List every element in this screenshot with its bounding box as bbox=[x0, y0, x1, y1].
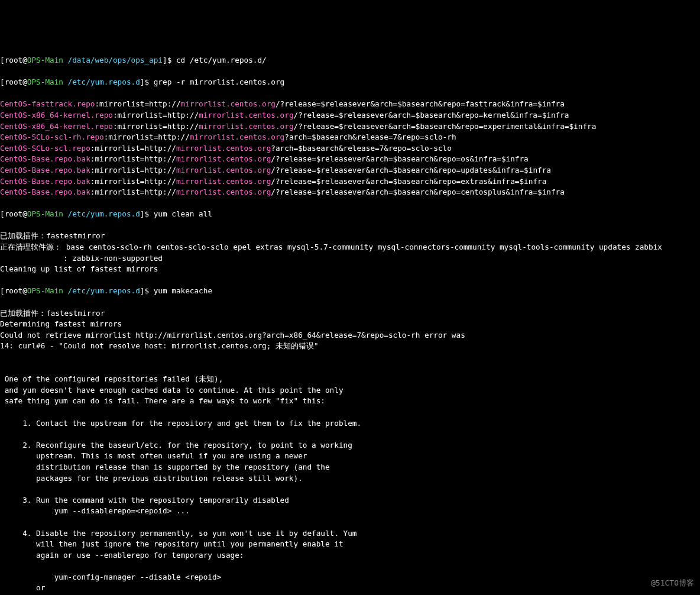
output-line: One of the configured repositories faile… bbox=[0, 374, 700, 385]
terminal-output: [root@OPS-Main /data/web/ops/ops_api]$ c… bbox=[0, 44, 700, 595]
output-line: Could not retrieve mirrorlist http://mir… bbox=[0, 330, 700, 341]
repo-line: CentOS-x86_64-kernel.repo:mirrorlist=htt… bbox=[0, 121, 700, 132]
output-line: 3. Run the command with the repository t… bbox=[0, 495, 700, 506]
output-line: safe thing yum can do is fail. There are… bbox=[0, 396, 700, 407]
output-line: : zabbix-non-supported bbox=[0, 253, 700, 264]
repo-line: CentOS-Base.repo.bak:mirrorlist=http://m… bbox=[0, 187, 700, 198]
output-line: distribution release than is supported b… bbox=[0, 462, 700, 473]
output-line: Determining fastest mirrors bbox=[0, 319, 700, 330]
output-line bbox=[0, 561, 700, 572]
output-line: upstream. This is most often useful if y… bbox=[0, 451, 700, 462]
output-line: yum --disablerepo=<repoid> ... bbox=[0, 506, 700, 517]
output-line: 正在清理软件源： base centos-sclo-rh centos-sclo… bbox=[0, 242, 700, 253]
output-line bbox=[0, 352, 700, 363]
output-line: 4. Disable the repository permanently, s… bbox=[0, 528, 700, 539]
grep-output: CentOS-fasttrack.repo:mirrorlist=http://… bbox=[0, 99, 700, 198]
output-line: 14: curl#6 - "Could not resolve host: mi… bbox=[0, 341, 700, 352]
output-line: 1. Contact the upstream for the reposito… bbox=[0, 418, 700, 429]
output-line: 已加载插件：fastestmirror bbox=[0, 231, 700, 242]
output-line: 2. Reconfigure the baseurl/etc. for the … bbox=[0, 440, 700, 451]
repo-line: CentOS-fasttrack.repo:mirrorlist=http://… bbox=[0, 99, 700, 110]
output-line: again or use --enablerepo for temporary … bbox=[0, 550, 700, 561]
yum-clean-output: 已加载插件：fastestmirror正在清理软件源： base centos-… bbox=[0, 231, 700, 274]
output-line: will then just ignore the repository unt… bbox=[0, 539, 700, 550]
repo-line: CentOS-Base.repo.bak:mirrorlist=http://m… bbox=[0, 154, 700, 165]
repo-line: CentOS-x86_64-kernel.repo:mirrorlist=htt… bbox=[0, 110, 700, 121]
output-line: Cleaning up list of fastest mirrors bbox=[0, 264, 700, 275]
repo-line: CentOS-SCLo-scl-rh.repo:mirrorlist=http:… bbox=[0, 132, 700, 143]
output-line: and yum doesn't have enough cached data … bbox=[0, 385, 700, 396]
output-line bbox=[0, 484, 700, 495]
output-line: yum-config-manager --disable <repoid> bbox=[0, 572, 700, 583]
output-line: 已加载插件：fastestmirror bbox=[0, 308, 700, 319]
repo-line: CentOS-Base.repo.bak:mirrorlist=http://m… bbox=[0, 165, 700, 176]
output-line: packages for the previous distribution r… bbox=[0, 473, 700, 484]
output-line: or bbox=[0, 583, 700, 594]
repo-line: CentOS-Base.repo.bak:mirrorlist=http://m… bbox=[0, 176, 700, 187]
repo-line: CentOS-SCLo-scl.repo:mirrorlist=http://m… bbox=[0, 143, 700, 154]
yum-makecache-output: 已加载插件：fastestmirrorDetermining fastest m… bbox=[0, 308, 700, 595]
output-line bbox=[0, 517, 700, 528]
output-line bbox=[0, 363, 700, 374]
output-line bbox=[0, 407, 700, 418]
output-line bbox=[0, 429, 700, 440]
watermark: @51CTO博客 bbox=[651, 578, 694, 589]
